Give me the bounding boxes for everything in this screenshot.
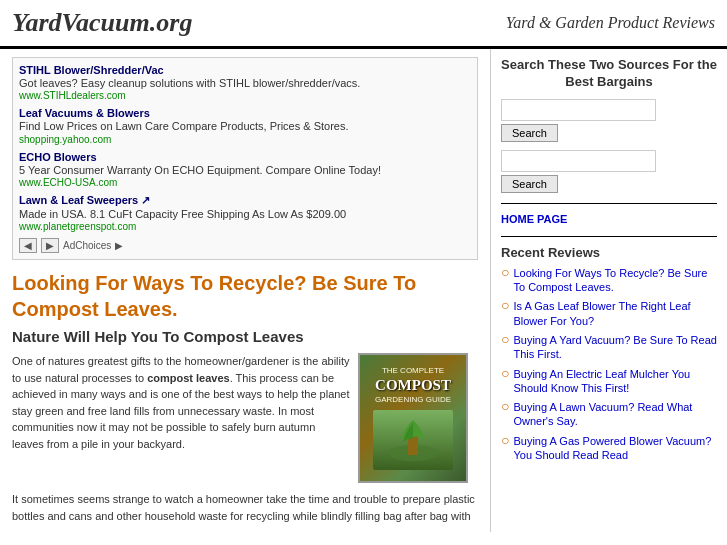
ad-title[interactable]: Leaf Vacuums & Blowers	[19, 107, 471, 119]
search-input-2[interactable]	[501, 150, 656, 172]
recent-link[interactable]: Buying An Electric Leaf Mulcher You Shou…	[513, 367, 717, 396]
ad-url: www.ECHO-USA.com	[19, 177, 471, 188]
ad-title[interactable]: ECHO Blowers	[19, 151, 471, 163]
ad-prev-button[interactable]: ◀	[19, 238, 37, 253]
list-item: ○ Buying An Electric Leaf Mulcher You Sh…	[501, 367, 717, 396]
article-para2: It sometimes seems strange to watch a ho…	[12, 491, 478, 524]
home-page-link[interactable]: HOME PAGE	[501, 213, 567, 225]
compost-garden-svg	[383, 415, 443, 465]
ad-desc: Made in USA. 8.1 CuFt Capacity Free Ship…	[19, 207, 471, 221]
compost-book-image: THE COMPLETE COMPOST GARDENING GUIDE	[358, 353, 468, 483]
list-bullet: ○	[501, 297, 509, 313]
recent-link[interactable]: Buying A Lawn Vacuum? Read What Owner's …	[513, 400, 717, 429]
compost-label-main: COMPOST	[375, 377, 451, 394]
site-title: YardVacuum.org	[12, 8, 192, 38]
ad-title[interactable]: Lawn & Leaf Sweepers ↗	[19, 194, 471, 207]
search-box-2: Search	[501, 150, 717, 193]
ad-next-button[interactable]: ▶	[41, 238, 59, 253]
list-item: ○ Buying A Gas Powered Blower Vacuum? Yo…	[501, 434, 717, 463]
ad-desc: Got leaves? Easy cleanup solutions with …	[19, 76, 471, 90]
search-button-1[interactable]: Search	[501, 124, 558, 142]
compost-image-graphic	[373, 410, 453, 470]
site-tagline: Yard & Garden Product Reviews	[506, 14, 715, 32]
ad-url: shopping.yahoo.com	[19, 134, 471, 145]
ad-title[interactable]: STIHL Blower/Shredder/Vac	[19, 64, 471, 76]
article-body: One of natures greatest gifts to the hom…	[12, 353, 478, 483]
ad-item: Leaf Vacuums & Blowers Find Low Prices o…	[19, 107, 471, 144]
list-item: ○ Buying A Yard Vacuum? Be Sure To Read …	[501, 333, 717, 362]
article-para1: One of natures greatest gifts to the hom…	[12, 353, 350, 483]
compost-image-container[interactable]: THE COMPLETE COMPOST GARDENING GUIDE	[358, 353, 478, 483]
sidebar-search-title: Search These Two Sources For the Best Ba…	[501, 57, 717, 91]
list-bullet: ○	[501, 365, 509, 381]
ad-footer: ◀ ▶ AdChoices ▶	[19, 238, 471, 253]
site-header: YardVacuum.org Yard & Garden Product Rev…	[0, 0, 727, 49]
list-bullet: ○	[501, 432, 509, 448]
content-area: STIHL Blower/Shredder/Vac Got leaves? Ea…	[0, 49, 490, 532]
list-bullet: ○	[501, 331, 509, 347]
list-bullet: ○	[501, 398, 509, 414]
recent-link[interactable]: Looking For Ways To Recycle? Be Sure To …	[513, 266, 717, 295]
recent-reviews-title: Recent Reviews	[501, 245, 717, 260]
list-item: ○ Is A Gas Leaf Blower The Right Leaf Bl…	[501, 299, 717, 328]
sidebar-divider-1	[501, 203, 717, 204]
recent-reviews-list: ○ Looking For Ways To Recycle? Be Sure T…	[501, 266, 717, 463]
list-item: ○ Buying A Lawn Vacuum? Read What Owner'…	[501, 400, 717, 429]
ad-item: STIHL Blower/Shredder/Vac Got leaves? Ea…	[19, 64, 471, 101]
ad-choices-icon: ▶	[115, 240, 123, 251]
compost-label-sub: GARDENING GUIDE	[375, 395, 451, 404]
sidebar: Search These Two Sources For the Best Ba…	[490, 49, 727, 532]
ad-choices-label: AdChoices	[63, 240, 111, 251]
sidebar-divider-2	[501, 236, 717, 237]
compost-label-top: THE COMPLETE	[382, 366, 444, 375]
ad-url: www.planetgreenspot.com	[19, 221, 471, 232]
main-wrapper: STIHL Blower/Shredder/Vac Got leaves? Ea…	[0, 49, 727, 532]
search-box-1: Search	[501, 99, 717, 142]
list-bullet: ○	[501, 264, 509, 280]
list-item: ○ Looking For Ways To Recycle? Be Sure T…	[501, 266, 717, 295]
search-button-2[interactable]: Search	[501, 175, 558, 193]
ad-desc: Find Low Prices on Lawn Care Compare Pro…	[19, 119, 471, 133]
ad-url: www.STIHLdealers.com	[19, 90, 471, 101]
search-input-1[interactable]	[501, 99, 656, 121]
ad-item: Lawn & Leaf Sweepers ↗ Made in USA. 8.1 …	[19, 194, 471, 232]
recent-link[interactable]: Buying A Gas Powered Blower Vacuum? You …	[513, 434, 717, 463]
recent-link[interactable]: Is A Gas Leaf Blower The Right Leaf Blow…	[513, 299, 717, 328]
ad-block: STIHL Blower/Shredder/Vac Got leaves? Ea…	[12, 57, 478, 260]
ad-item: ECHO Blowers 5 Year Consumer Warranty On…	[19, 151, 471, 188]
ad-desc: 5 Year Consumer Warranty On ECHO Equipme…	[19, 163, 471, 177]
article-title: Looking For Ways To Recycle? Be Sure To …	[12, 270, 478, 322]
article-subtitle: Nature Will Help You To Compost Leaves	[12, 328, 478, 345]
recent-link[interactable]: Buying A Yard Vacuum? Be Sure To Read Th…	[513, 333, 717, 362]
